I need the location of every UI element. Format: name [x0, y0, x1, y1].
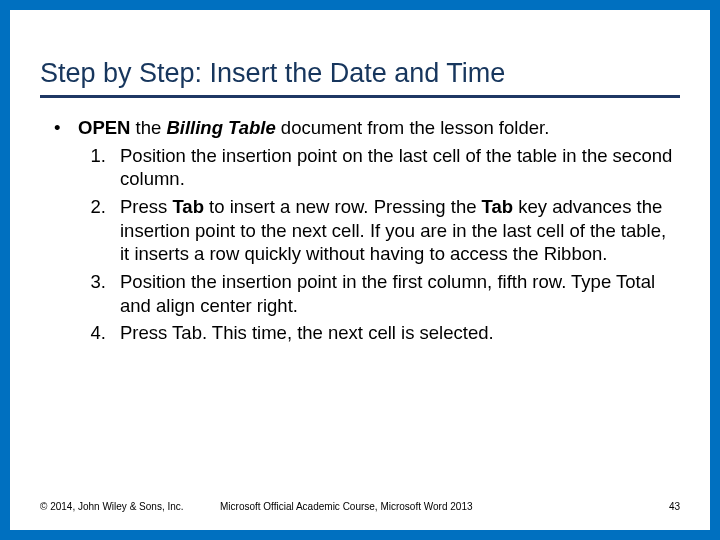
bullet-icon: •	[54, 116, 78, 140]
list-item: 2. Press Tab to insert a new row. Pressi…	[40, 195, 680, 266]
step-text: Position the insertion point in the firs…	[120, 270, 680, 317]
list-item: 3. Position the insertion point in the f…	[40, 270, 680, 317]
footer-page-number: 43	[640, 501, 680, 512]
intro-bullet: • OPEN the Billing Table document from t…	[40, 116, 680, 140]
intro-doc: Billing Table	[166, 117, 275, 138]
slide-footer: © 2014, John Wiley & Sons, Inc. Microsof…	[40, 496, 680, 512]
intro-post: document from the lesson folder.	[276, 117, 550, 138]
intro-text: OPEN the Billing Table document from the…	[78, 116, 680, 140]
list-item: 1. Position the insertion point on the l…	[40, 144, 680, 191]
step-number: 4.	[80, 321, 120, 345]
footer-copyright: © 2014, John Wiley & Sons, Inc.	[40, 501, 220, 512]
step-number: 1.	[80, 144, 120, 191]
intro-open: OPEN	[78, 117, 130, 138]
slide: Step by Step: Insert the Date and Time •…	[10, 10, 710, 530]
step-text: Press Tab to insert a new row. Pressing …	[120, 195, 680, 266]
step-number: 3.	[80, 270, 120, 317]
step2-pre: Press	[120, 196, 172, 217]
slide-body: • OPEN the Billing Table document from t…	[40, 116, 680, 496]
list-item: 4. Press Tab. This time, the next cell i…	[40, 321, 680, 345]
step2-mid: to insert a new row. Pressing the	[204, 196, 482, 217]
step-text: Position the insertion point on the last…	[120, 144, 680, 191]
step2-tab2: Tab	[482, 196, 514, 217]
slide-title: Step by Step: Insert the Date and Time	[40, 58, 680, 98]
step-number: 2.	[80, 195, 120, 266]
step-text: Press Tab. This time, the next cell is s…	[120, 321, 680, 345]
intro-mid: the	[130, 117, 166, 138]
footer-course: Microsoft Official Academic Course, Micr…	[220, 501, 640, 512]
step2-tab1: Tab	[172, 196, 204, 217]
